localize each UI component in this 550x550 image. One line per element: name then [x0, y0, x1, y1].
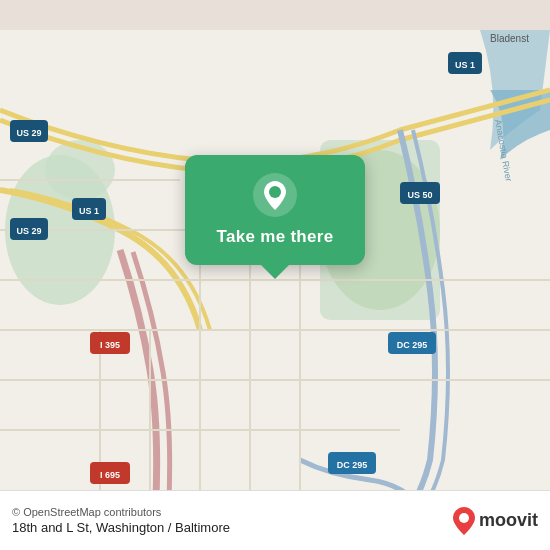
- svg-text:Bladenst: Bladenst: [490, 33, 529, 44]
- svg-text:I 695: I 695: [100, 470, 120, 480]
- svg-text:I 395: I 395: [100, 340, 120, 350]
- moovit-brand-name: moovit: [479, 510, 538, 531]
- take-me-there-button[interactable]: Take me there: [217, 227, 334, 247]
- svg-text:US 1: US 1: [455, 60, 475, 70]
- location-pin-icon: [253, 173, 297, 217]
- svg-text:US 1: US 1: [79, 206, 99, 216]
- attribution-text: © OpenStreetMap contributors: [12, 506, 443, 518]
- svg-text:DC 295: DC 295: [337, 460, 368, 470]
- map-container: US 29 US 29 US 1 US 1 US 50 I 395 I 695 …: [0, 0, 550, 550]
- svg-text:US 29: US 29: [16, 128, 41, 138]
- location-label: 18th and L St, Washington / Baltimore: [12, 520, 443, 535]
- svg-text:US 50: US 50: [407, 190, 432, 200]
- svg-text:DC 295: DC 295: [397, 340, 428, 350]
- moovit-pin-icon: [453, 507, 475, 535]
- moovit-logo: moovit: [453, 507, 538, 535]
- popup-card: Take me there: [185, 155, 365, 265]
- svg-text:US 29: US 29: [16, 226, 41, 236]
- bottom-bar: © OpenStreetMap contributors 18th and L …: [0, 490, 550, 550]
- svg-point-40: [459, 513, 469, 523]
- svg-point-39: [269, 186, 281, 198]
